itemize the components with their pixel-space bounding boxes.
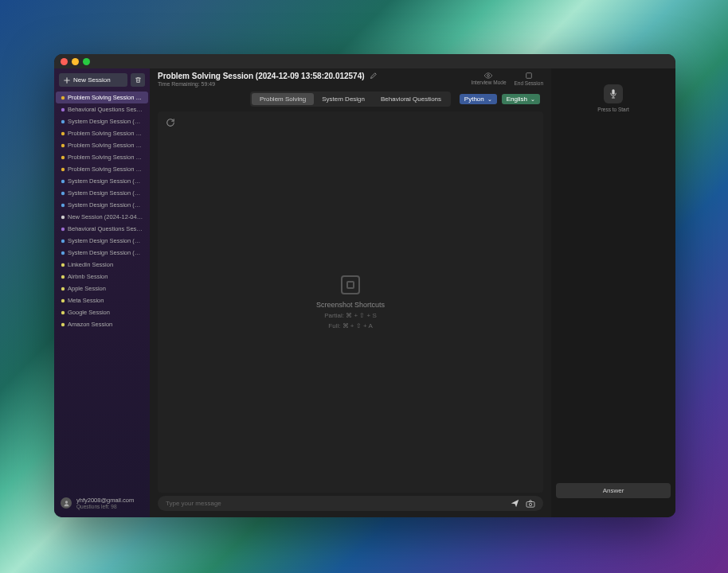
svg-point-24 bbox=[529, 503, 531, 505]
time-remaining: Time Remaining: 59:49 bbox=[158, 81, 377, 87]
session-type-icon bbox=[61, 263, 65, 267]
session-item[interactable]: System Design Session (20... bbox=[56, 175, 148, 187]
camera-button[interactable] bbox=[526, 500, 535, 508]
right-panel: Press to Start Answer bbox=[551, 68, 675, 517]
placeholder: Screenshot Shortcuts Partial: ⌘ + ⇧ + S … bbox=[158, 111, 543, 493]
session-item[interactable]: System Design Session (20... bbox=[56, 235, 148, 247]
user-footer[interactable]: yhfy2008@gmail.com Questions left: 98 bbox=[54, 492, 150, 517]
svg-point-10 bbox=[61, 216, 65, 219]
titlebar bbox=[54, 54, 675, 68]
svg-point-8 bbox=[61, 192, 65, 195]
refresh-button[interactable] bbox=[166, 118, 175, 127]
screenshot-icon bbox=[341, 275, 360, 294]
svg-point-1 bbox=[61, 108, 65, 111]
session-label: System Design Session (20... bbox=[68, 249, 143, 256]
session-type-icon bbox=[61, 96, 65, 99]
mode-tab[interactable]: System Design bbox=[314, 93, 373, 105]
session-item[interactable]: System Design Session (20... bbox=[56, 199, 148, 211]
svg-point-2 bbox=[61, 120, 65, 123]
session-type-icon bbox=[61, 251, 65, 255]
sidebar: New Session Problem Solving Session (2..… bbox=[54, 68, 150, 517]
minimize-window-button[interactable] bbox=[72, 58, 79, 65]
send-button[interactable] bbox=[511, 499, 519, 508]
svg-point-5 bbox=[61, 156, 65, 159]
session-item[interactable]: System Design Session (20... bbox=[56, 247, 148, 259]
session-label: Apple Session bbox=[68, 285, 106, 292]
message-input[interactable] bbox=[166, 500, 504, 507]
microphone-icon bbox=[609, 88, 617, 99]
session-item[interactable]: New Session (2024-12-04 1... bbox=[56, 211, 148, 223]
svg-point-21 bbox=[487, 75, 490, 77]
session-item[interactable]: Problem Solving Session (2... bbox=[56, 163, 148, 175]
app-window: New Session Problem Solving Session (2..… bbox=[54, 54, 675, 517]
delete-sessions-button[interactable] bbox=[131, 73, 145, 87]
session-label: System Design Session (20... bbox=[68, 177, 143, 185]
session-label: System Design Session (20... bbox=[68, 237, 143, 244]
svg-point-15 bbox=[61, 275, 65, 279]
message-input-row bbox=[158, 496, 543, 511]
close-window-button[interactable] bbox=[61, 58, 68, 65]
chevron-down-icon: ⌄ bbox=[487, 96, 492, 103]
session-item[interactable]: Google Session bbox=[56, 306, 148, 318]
session-label: Amazon Session bbox=[68, 321, 112, 328]
svg-point-16 bbox=[61, 287, 65, 290]
session-item[interactable]: Airbnb Session bbox=[56, 271, 148, 283]
session-type-icon bbox=[61, 239, 65, 243]
session-item[interactable]: Apple Session bbox=[56, 283, 148, 294]
svg-point-19 bbox=[61, 323, 65, 326]
mode-tab[interactable]: Behavioral Questions bbox=[373, 93, 449, 105]
session-type-icon bbox=[61, 143, 65, 147]
record-button[interactable] bbox=[604, 84, 623, 103]
plus-icon bbox=[64, 77, 70, 84]
svg-point-0 bbox=[61, 96, 65, 99]
new-session-button[interactable]: New Session bbox=[59, 73, 127, 87]
page-title: Problem Solving Session (2024-12-09 13:5… bbox=[158, 72, 365, 80]
interview-mode-button[interactable]: Interview Mode bbox=[471, 72, 506, 85]
language-select[interactable]: Python ⌄ bbox=[460, 94, 497, 104]
session-label: System Design Session (20... bbox=[68, 118, 143, 125]
avatar bbox=[61, 497, 72, 509]
session-type-icon bbox=[61, 155, 65, 159]
session-item[interactable]: Problem Solving Session (2... bbox=[56, 127, 148, 139]
content-area: Screenshot Shortcuts Partial: ⌘ + ⇧ + S … bbox=[158, 111, 543, 493]
interview-mode-label: Interview Mode bbox=[471, 80, 506, 85]
end-session-label: End Session bbox=[515, 80, 544, 86]
session-item[interactable]: Problem Solving Session (2... bbox=[56, 139, 148, 151]
svg-rect-23 bbox=[526, 501, 534, 507]
locale-value: English bbox=[507, 96, 527, 103]
session-type-icon bbox=[61, 119, 65, 123]
session-item[interactable]: Behavioral Questions Sessio... bbox=[56, 103, 148, 115]
svg-rect-22 bbox=[526, 73, 531, 79]
placeholder-partial: Partial: ⌘ + ⇧ + S bbox=[324, 312, 377, 319]
session-item[interactable]: Meta Session bbox=[56, 294, 148, 306]
session-item[interactable]: System Design Session (20... bbox=[56, 187, 148, 199]
answer-button[interactable]: Answer bbox=[556, 483, 671, 498]
session-item[interactable]: LinkedIn Session bbox=[56, 259, 148, 271]
session-item[interactable]: Problem Solving Session (2... bbox=[56, 151, 148, 163]
session-type-icon bbox=[61, 191, 65, 195]
trash-icon bbox=[135, 76, 142, 84]
locale-select[interactable]: English ⌄ bbox=[502, 94, 540, 104]
session-label: Problem Solving Session (2... bbox=[68, 142, 143, 149]
session-label: LinkedIn Session bbox=[68, 261, 113, 268]
session-type-icon bbox=[61, 286, 65, 290]
mode-tab[interactable]: Problem Solving bbox=[252, 93, 314, 105]
header: Problem Solving Session (2024-12-09 13:5… bbox=[150, 68, 551, 88]
maximize-window-button[interactable] bbox=[83, 58, 90, 65]
svg-point-20 bbox=[65, 501, 67, 503]
edit-title-button[interactable] bbox=[370, 72, 377, 80]
svg-point-18 bbox=[61, 311, 65, 314]
svg-point-17 bbox=[61, 299, 65, 302]
end-session-button[interactable]: End Session bbox=[515, 72, 544, 86]
session-item[interactable]: Behavioral Questions Sessio... bbox=[56, 223, 148, 235]
session-item[interactable]: System Design Session (20... bbox=[56, 115, 148, 127]
session-label: Behavioral Questions Sessio... bbox=[68, 106, 143, 113]
session-type-icon bbox=[61, 131, 65, 135]
session-item[interactable]: Amazon Session bbox=[56, 318, 148, 330]
session-type-icon bbox=[61, 275, 65, 279]
session-item[interactable]: Problem Solving Session (2... bbox=[56, 92, 148, 103]
session-type-icon bbox=[61, 227, 65, 231]
session-type-icon bbox=[61, 310, 65, 314]
session-label: Behavioral Questions Sessio... bbox=[68, 225, 143, 232]
session-label: Google Session bbox=[68, 309, 110, 316]
